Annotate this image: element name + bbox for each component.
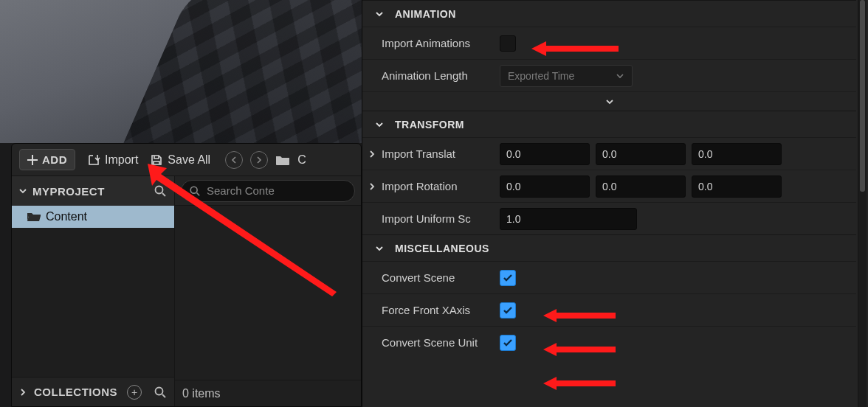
- checkbox-convert-scene[interactable]: [500, 270, 516, 286]
- chevron-down-icon: [18, 186, 28, 196]
- chevron-right-icon[interactable]: [367, 181, 377, 192]
- svg-point-2: [190, 187, 197, 193]
- row-convert-scene-unit: Convert Scene Unit: [362, 326, 856, 358]
- checkbox-convert-scene-unit[interactable]: [500, 335, 516, 351]
- collections-search-button[interactable]: [152, 384, 168, 400]
- asset-grid[interactable]: [175, 206, 361, 380]
- save-all-button[interactable]: Save All: [150, 153, 210, 167]
- collections-header[interactable]: COLLECTIONS +: [12, 377, 174, 406]
- chevron-down-icon: [374, 243, 385, 254]
- label-animation-length: Animation Length: [362, 69, 495, 82]
- row-import-translation: Import Translat: [362, 137, 856, 170]
- section-transform-header[interactable]: TRANSFORM: [362, 111, 856, 137]
- project-header[interactable]: MYPROJECT: [12, 176, 174, 206]
- input-translation-y[interactable]: [596, 143, 686, 165]
- add-button[interactable]: ADD: [19, 149, 75, 170]
- input-rotation-y[interactable]: [596, 175, 686, 198]
- chevron-down-icon: [374, 119, 385, 130]
- select-animation-length[interactable]: Exported Time: [500, 65, 633, 87]
- checkbox-force-front-xaxis[interactable]: [500, 302, 516, 319]
- asset-list: 0 items: [175, 176, 361, 406]
- nav-forward-button[interactable]: [250, 151, 268, 169]
- section-misc-label: MISCELLANEOUS: [395, 243, 489, 254]
- import-icon: [87, 153, 100, 167]
- nav-controls: C: [225, 151, 306, 169]
- search-icon: [154, 184, 167, 198]
- row-force-front-xaxis: Force Front XAxis: [362, 293, 856, 326]
- save-all-button-label: Save All: [168, 153, 210, 167]
- import-button[interactable]: Import: [87, 153, 138, 167]
- arrow-right-icon: [255, 156, 263, 164]
- add-button-label: ADD: [42, 153, 67, 166]
- input-uniform-scale[interactable]: [500, 208, 637, 230]
- scrollbar-thumb[interactable]: [860, 0, 865, 192]
- viewport-3d[interactable]: [0, 0, 362, 143]
- section-animation-more[interactable]: [362, 91, 856, 111]
- chevron-down-icon: [616, 72, 624, 80]
- asset-search-box[interactable]: [181, 180, 355, 202]
- search-icon: [154, 386, 167, 399]
- label-force-front-xaxis: Force Front XAxis: [362, 304, 495, 316]
- import-options-panel: ANIMATION Import Animations Animation Le…: [362, 0, 868, 407]
- section-misc-header[interactable]: MISCELLANEOUS: [362, 234, 856, 261]
- row-import-animations: Import Animations: [362, 27, 856, 59]
- row-import-uniform-scale: Import Uniform Sc: [362, 202, 856, 234]
- content-browser-panel: ADD Import Save All C: [11, 143, 362, 407]
- asset-status: 0 items: [175, 380, 361, 406]
- breadcrumb-initial[interactable]: C: [297, 153, 306, 167]
- tree-item-label: Content: [46, 210, 87, 223]
- label-import-rotation: Import Rotation: [382, 180, 458, 192]
- svg-point-0: [156, 187, 163, 194]
- label-convert-scene-unit: Convert Scene Unit: [362, 336, 495, 349]
- chevron-down-icon: [604, 97, 615, 107]
- search-icon: [189, 185, 201, 197]
- section-animation-header[interactable]: ANIMATION: [362, 0, 856, 27]
- select-animation-length-value: Exported Time: [508, 70, 574, 82]
- chevron-right-icon[interactable]: [367, 149, 377, 159]
- svg-point-1: [156, 387, 163, 394]
- nav-back-button[interactable]: [225, 151, 243, 169]
- content-browser-toolbar: ADD Import Save All C: [12, 144, 361, 176]
- label-convert-scene: Convert Scene: [362, 271, 495, 284]
- collections-label: COLLECTIONS: [34, 386, 117, 398]
- label-import-uniform-scale: Import Uniform Sc: [362, 212, 495, 225]
- row-convert-scene: Convert Scene: [362, 261, 856, 293]
- row-animation-length: Animation Length Exported Time: [362, 59, 856, 91]
- panel-scrollbar[interactable]: [858, 0, 867, 407]
- section-animation-label: ANIMATION: [395, 8, 456, 20]
- section-transform-label: TRANSFORM: [395, 119, 464, 131]
- project-label: MYPROJECT: [32, 185, 105, 198]
- input-translation-x[interactable]: [500, 143, 590, 165]
- label-import-translation: Import Translat: [382, 147, 455, 160]
- checkbox-import-animations[interactable]: [500, 35, 516, 52]
- plus-icon: [27, 155, 38, 165]
- tree-item-content[interactable]: Content: [12, 206, 174, 228]
- asset-search-input[interactable]: [207, 184, 347, 197]
- import-button-label: Import: [105, 153, 138, 167]
- chevron-down-icon: [374, 9, 385, 19]
- add-collection-button[interactable]: +: [127, 385, 142, 400]
- arrow-left-icon: [230, 156, 238, 164]
- folder-icon[interactable]: [275, 154, 290, 166]
- tree-search-button[interactable]: [152, 183, 168, 199]
- chevron-right-icon: [18, 387, 28, 397]
- source-tree: MYPROJECT Content COLLECTIONS: [12, 176, 175, 406]
- label-import-animations: Import Animations: [362, 37, 495, 49]
- input-rotation-z[interactable]: [692, 175, 782, 198]
- input-translation-z[interactable]: [692, 143, 782, 165]
- input-rotation-x[interactable]: [500, 175, 590, 198]
- save-icon: [150, 153, 163, 167]
- folder-open-icon: [27, 211, 41, 223]
- row-import-rotation: Import Rotation: [362, 170, 856, 202]
- item-count-label: 0 items: [182, 387, 221, 400]
